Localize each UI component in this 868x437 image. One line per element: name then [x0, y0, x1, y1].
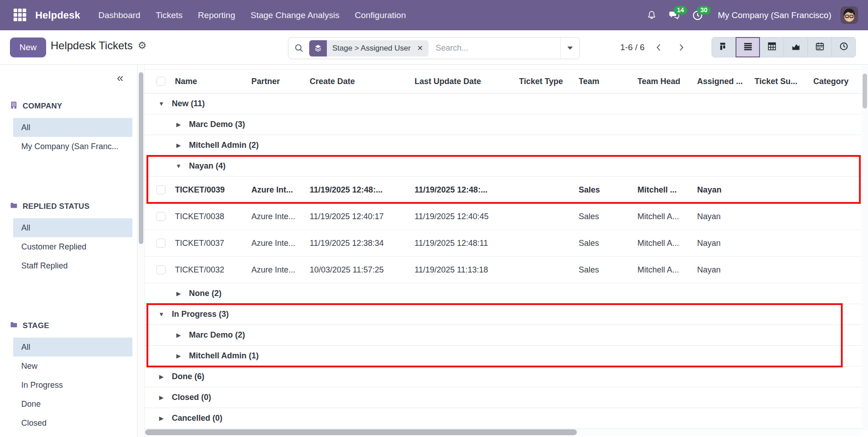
view-button-kanban[interactable]: [712, 37, 736, 57]
cell-name: TICKET/0037: [175, 239, 251, 248]
messages-icon[interactable]: 14: [665, 7, 684, 23]
cell-last-update-date: 11/19/2025 12:48:11: [415, 239, 519, 248]
group-label: Mitchell Admin (1): [189, 351, 259, 361]
cell-assigned: Nayan: [697, 239, 755, 248]
group-row-marc-demo-3[interactable]: ▶Marc Demo (3): [145, 114, 868, 135]
pager-previous-icon[interactable]: [650, 41, 667, 54]
new-button[interactable]: New: [10, 38, 46, 57]
group-row-done-6[interactable]: ▶Done (6): [145, 367, 868, 387]
company-switcher[interactable]: My Company (San Francisco): [718, 10, 831, 20]
group-row-new-11[interactable]: ▼New (11): [145, 94, 868, 114]
view-button-list[interactable]: [736, 37, 760, 57]
row-checkbox[interactable]: [156, 239, 165, 248]
sidebar-item-all[interactable]: All: [13, 338, 132, 357]
tickets-list: NamePartnerCreate DateLast Update DateTi…: [145, 69, 868, 429]
cell-create-date: 11/19/2025 12:38:34: [310, 239, 415, 248]
filter-sidebar: « COMPANYAllMy Company (San Franc...REPL…: [0, 65, 137, 437]
sidebar-section-heading-replied-status: REPLIED STATUS: [0, 199, 137, 214]
group-row-closed-0[interactable]: ▶Closed (0): [145, 387, 868, 408]
sidebar-item-staff-replied[interactable]: Staff Replied: [13, 256, 132, 275]
column-header-partner[interactable]: Partner: [251, 77, 310, 86]
sidebar-item-closed[interactable]: Closed: [13, 414, 132, 432]
view-button-calendar[interactable]: [807, 37, 832, 57]
caret-right-icon: ▶: [158, 394, 165, 401]
folder-icon: [10, 321, 18, 331]
caret-down-icon: ▼: [158, 311, 165, 318]
row-checkbox[interactable]: [156, 185, 165, 194]
table-row-ticket-0037[interactable]: TICKET/0037Azure Inte...11/19/2025 12:38…: [145, 230, 868, 257]
column-header-last-update-date[interactable]: Last Update Date: [415, 77, 519, 86]
table-row-ticket-0039[interactable]: TICKET/0039Azure Int...11/19/2025 12:48:…: [145, 177, 868, 203]
column-header-team-head[interactable]: Team Head: [637, 77, 697, 86]
select-all-checkbox[interactable]: [156, 77, 165, 86]
column-header-ticket-type[interactable]: Ticket Type: [519, 77, 579, 86]
cell-partner: Azure Inte...: [251, 212, 310, 221]
calendar-view-icon: [815, 42, 825, 53]
list-header: NamePartnerCreate DateLast Update DateTi…: [145, 69, 868, 94]
search-facet: Stage > Assigned User ✕: [309, 40, 429, 56]
sidebar-item-in-progress[interactable]: In Progress: [13, 376, 132, 395]
column-header-team[interactable]: Team: [579, 77, 637, 86]
group-row-marc-demo-2[interactable]: ▶Marc Demo (2): [145, 325, 868, 346]
menu-tickets[interactable]: Tickets: [149, 7, 189, 24]
facet-remove-icon[interactable]: ✕: [416, 40, 428, 56]
sidebar-scrollbar-thumb[interactable]: [139, 72, 143, 244]
folder-icon: [10, 202, 18, 211]
column-header-create-date[interactable]: Create Date: [310, 77, 415, 86]
menu-stage-change-analysis[interactable]: Stage Change Analysis: [244, 7, 345, 24]
sidebar-section-company: COMPANYAllMy Company (San Franc...: [0, 99, 137, 156]
group-label: Marc Demo (3): [189, 120, 245, 129]
view-button-activity[interactable]: [831, 37, 856, 57]
sidebar-items-stage: AllNewIn ProgressDoneClosed: [0, 338, 137, 432]
user-avatar[interactable]: [840, 6, 858, 24]
column-header-category[interactable]: Category: [813, 77, 868, 86]
list-vertical-scrollbar-thumb[interactable]: [863, 74, 867, 108]
list-view: NamePartnerCreate DateLast Update DateTi…: [145, 65, 868, 437]
group-row-cancelled-0[interactable]: ▶Cancelled (0): [145, 408, 868, 429]
apps-menu-icon[interactable]: [14, 9, 27, 22]
row-checkbox[interactable]: [156, 265, 165, 274]
group-row-mitchell-admin-2[interactable]: ▶Mitchell Admin (2): [145, 135, 868, 156]
cell-partner: Azure Int...: [251, 185, 310, 195]
sidebar-section-title: COMPANY: [23, 102, 62, 111]
sidebar-item-done[interactable]: Done: [13, 395, 132, 414]
sidebar-item-all[interactable]: All: [13, 218, 132, 237]
row-checkbox[interactable]: [156, 212, 165, 221]
column-header-ticket-su[interactable]: Ticket Su...: [755, 77, 813, 86]
view-button-graph[interactable]: [783, 37, 808, 57]
settings-gear-icon[interactable]: ⚙: [137, 41, 146, 51]
navbar-right: 14 30 My Company (San Francisco): [643, 6, 861, 24]
column-header-name[interactable]: Name: [175, 77, 251, 86]
caret-right-icon: ▶: [158, 415, 165, 422]
caret-right-icon: ▶: [175, 332, 182, 338]
activities-clock-icon[interactable]: 30: [688, 7, 707, 24]
view-button-pivot[interactable]: [760, 37, 784, 57]
table-row-ticket-0032[interactable]: TICKET/0032Azure Inte...10/03/2025 11:57…: [145, 257, 868, 283]
group-row-none-2[interactable]: ▶None (2): [145, 283, 868, 304]
menu-reporting[interactable]: Reporting: [192, 7, 241, 24]
caret-right-icon: ▶: [175, 352, 182, 359]
list-horizontal-scrollbar-thumb[interactable]: [145, 429, 577, 435]
search-dropdown-toggle[interactable]: [560, 38, 580, 59]
notifications-bell-icon[interactable]: [643, 7, 660, 23]
menu-dashboard[interactable]: Dashboard: [92, 7, 146, 24]
group-label: Done (6): [172, 372, 204, 381]
search-input[interactable]: [429, 43, 560, 53]
group-row-nayan-4[interactable]: ▼Nayan (4): [145, 156, 868, 177]
app-brand[interactable]: Helpdesk: [35, 9, 80, 21]
sidebar-item-all[interactable]: All: [13, 118, 132, 137]
menu-configuration[interactable]: Configuration: [349, 7, 412, 24]
cell-team-head: Mitchell A...: [637, 265, 697, 275]
table-row-ticket-0038[interactable]: TICKET/0038Azure Inte...11/19/2025 12:40…: [145, 203, 868, 230]
sidebar-item-new[interactable]: New: [13, 357, 132, 376]
sidebar-item-my-company-san-franc[interactable]: My Company (San Franc...: [13, 137, 132, 156]
activity-view-icon: [839, 42, 849, 53]
row-checkbox-cell: [145, 212, 175, 221]
group-row-in-progress-3[interactable]: ▼In Progress (3): [145, 304, 868, 325]
sidebar-collapse-icon[interactable]: «: [117, 72, 123, 84]
group-row-mitchell-admin-1[interactable]: ▶Mitchell Admin (1): [145, 346, 868, 367]
sidebar-item-customer-replied[interactable]: Customer Replied: [13, 237, 132, 256]
sidebar-scrollbar: [137, 65, 145, 437]
column-header-assigned[interactable]: Assigned ...: [697, 77, 755, 86]
pager-next-icon[interactable]: [673, 41, 690, 54]
